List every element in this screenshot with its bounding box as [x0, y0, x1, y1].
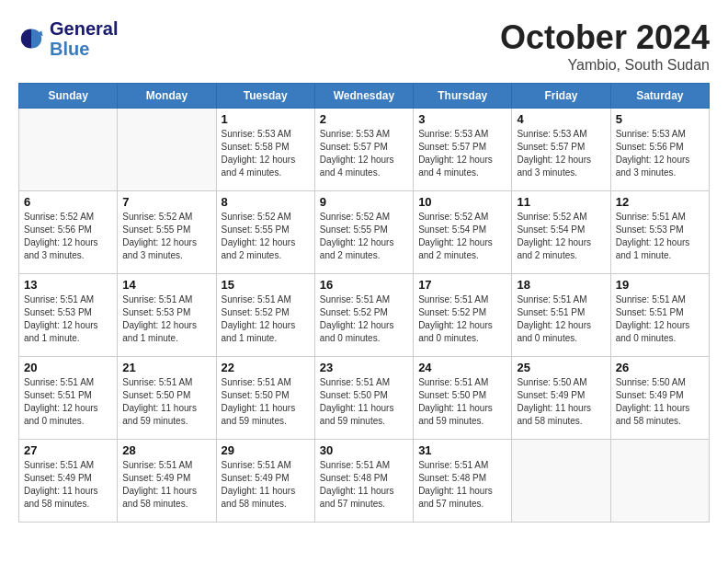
column-header-tuesday: Tuesday: [216, 84, 314, 109]
page-header: General Blue October 2024 Yambio, South …: [18, 18, 710, 74]
day-number: 29: [222, 443, 310, 457]
day-number: 20: [24, 361, 112, 374]
column-header-saturday: Saturday: [610, 84, 709, 109]
day-number: 17: [418, 278, 506, 292]
week-row-1: 1Sunrise: 5:53 AM Sunset: 5:58 PM Daylig…: [19, 109, 710, 191]
column-header-sunday: Sunday: [19, 84, 118, 109]
calendar-cell: 4Sunrise: 5:53 AM Sunset: 5:57 PM Daylig…: [512, 109, 610, 191]
cell-info: Sunrise: 5:50 AM Sunset: 5:49 PM Dayligh…: [616, 376, 704, 428]
cell-info: Sunrise: 5:51 AM Sunset: 5:50 PM Dayligh…: [122, 376, 210, 428]
calendar-cell: 29Sunrise: 5:51 AM Sunset: 5:49 PM Dayli…: [216, 440, 314, 523]
calendar-table: SundayMondayTuesdayWednesdayThursdayFrid…: [18, 83, 710, 523]
calendar-cell: 11Sunrise: 5:52 AM Sunset: 5:54 PM Dayli…: [512, 191, 610, 274]
title-area: October 2024 Yambio, South Sudan: [500, 18, 710, 74]
calendar-cell: 20Sunrise: 5:51 AM Sunset: 5:51 PM Dayli…: [19, 357, 118, 440]
calendar-cell: [118, 109, 216, 191]
header-row: SundayMondayTuesdayWednesdayThursdayFrid…: [19, 84, 710, 109]
calendar-cell: 3Sunrise: 5:53 AM Sunset: 5:57 PM Daylig…: [414, 109, 512, 191]
day-number: 12: [616, 195, 704, 209]
calendar-cell: [512, 440, 610, 523]
cell-info: Sunrise: 5:51 AM Sunset: 5:51 PM Dayligh…: [517, 293, 605, 345]
cell-info: Sunrise: 5:51 AM Sunset: 5:50 PM Dayligh…: [320, 376, 408, 428]
cell-info: Sunrise: 5:53 AM Sunset: 5:57 PM Dayligh…: [320, 128, 408, 179]
cell-info: Sunrise: 5:51 AM Sunset: 5:49 PM Dayligh…: [222, 459, 310, 511]
day-number: 30: [320, 443, 408, 457]
week-row-5: 27Sunrise: 5:51 AM Sunset: 5:49 PM Dayli…: [19, 440, 710, 523]
day-number: 16: [320, 278, 408, 292]
calendar-cell: 6Sunrise: 5:52 AM Sunset: 5:56 PM Daylig…: [19, 191, 118, 274]
cell-info: Sunrise: 5:52 AM Sunset: 5:54 PM Dayligh…: [517, 211, 605, 262]
week-row-3: 13Sunrise: 5:51 AM Sunset: 5:53 PM Dayli…: [19, 274, 710, 357]
cell-info: Sunrise: 5:52 AM Sunset: 5:55 PM Dayligh…: [122, 211, 210, 262]
day-number: 24: [418, 361, 506, 374]
calendar-cell: 28Sunrise: 5:51 AM Sunset: 5:49 PM Dayli…: [118, 440, 216, 523]
cell-info: Sunrise: 5:51 AM Sunset: 5:53 PM Dayligh…: [122, 293, 210, 345]
calendar-cell: 24Sunrise: 5:51 AM Sunset: 5:50 PM Dayli…: [414, 357, 512, 440]
calendar-cell: 2Sunrise: 5:53 AM Sunset: 5:57 PM Daylig…: [314, 109, 413, 191]
cell-info: Sunrise: 5:51 AM Sunset: 5:49 PM Dayligh…: [122, 459, 210, 511]
calendar-cell: 13Sunrise: 5:51 AM Sunset: 5:53 PM Dayli…: [19, 274, 118, 357]
day-number: 10: [418, 195, 506, 209]
calendar-cell: 5Sunrise: 5:53 AM Sunset: 5:56 PM Daylig…: [610, 109, 709, 191]
main-title: October 2024: [500, 18, 710, 57]
cell-info: Sunrise: 5:51 AM Sunset: 5:48 PM Dayligh…: [320, 459, 408, 511]
calendar-cell: 18Sunrise: 5:51 AM Sunset: 5:51 PM Dayli…: [512, 274, 610, 357]
day-number: 5: [616, 112, 704, 126]
day-number: 1: [222, 112, 310, 126]
calendar-cell: [610, 440, 709, 523]
calendar-cell: 12Sunrise: 5:51 AM Sunset: 5:53 PM Dayli…: [610, 191, 709, 274]
day-number: 4: [517, 112, 605, 126]
day-number: 8: [222, 195, 310, 209]
cell-info: Sunrise: 5:51 AM Sunset: 5:52 PM Dayligh…: [320, 293, 408, 345]
day-number: 9: [320, 195, 408, 209]
cell-info: Sunrise: 5:52 AM Sunset: 5:55 PM Dayligh…: [222, 211, 310, 262]
calendar-cell: 1Sunrise: 5:53 AM Sunset: 5:58 PM Daylig…: [216, 109, 314, 191]
calendar-cell: 10Sunrise: 5:52 AM Sunset: 5:54 PM Dayli…: [414, 191, 512, 274]
column-header-monday: Monday: [118, 84, 216, 109]
cell-info: Sunrise: 5:50 AM Sunset: 5:49 PM Dayligh…: [517, 376, 605, 428]
day-number: 3: [418, 112, 506, 126]
cell-info: Sunrise: 5:51 AM Sunset: 5:50 PM Dayligh…: [222, 376, 310, 428]
day-number: 19: [616, 278, 704, 292]
day-number: 25: [517, 361, 605, 374]
cell-info: Sunrise: 5:51 AM Sunset: 5:52 PM Dayligh…: [222, 293, 310, 345]
calendar-cell: 19Sunrise: 5:51 AM Sunset: 5:51 PM Dayli…: [610, 274, 709, 357]
cell-info: Sunrise: 5:51 AM Sunset: 5:53 PM Dayligh…: [616, 211, 704, 262]
column-header-friday: Friday: [512, 84, 610, 109]
calendar-cell: [19, 109, 118, 191]
calendar-cell: 26Sunrise: 5:50 AM Sunset: 5:49 PM Dayli…: [610, 357, 709, 440]
day-number: 11: [517, 195, 605, 209]
cell-info: Sunrise: 5:51 AM Sunset: 5:51 PM Dayligh…: [616, 293, 704, 345]
logo-icon: [18, 26, 44, 52]
calendar-cell: 31Sunrise: 5:51 AM Sunset: 5:48 PM Dayli…: [414, 440, 512, 523]
cell-info: Sunrise: 5:51 AM Sunset: 5:52 PM Dayligh…: [418, 293, 506, 345]
day-number: 31: [418, 443, 506, 457]
day-number: 6: [24, 195, 112, 209]
column-header-thursday: Thursday: [414, 84, 512, 109]
calendar-cell: 17Sunrise: 5:51 AM Sunset: 5:52 PM Dayli…: [414, 274, 512, 357]
logo-text: General Blue: [50, 18, 118, 59]
subtitle: Yambio, South Sudan: [500, 57, 710, 74]
logo: General Blue: [18, 18, 118, 59]
day-number: 23: [320, 361, 408, 374]
cell-info: Sunrise: 5:51 AM Sunset: 5:50 PM Dayligh…: [418, 376, 506, 428]
calendar-cell: 22Sunrise: 5:51 AM Sunset: 5:50 PM Dayli…: [216, 357, 314, 440]
day-number: 13: [24, 278, 112, 292]
cell-info: Sunrise: 5:53 AM Sunset: 5:58 PM Dayligh…: [222, 128, 310, 179]
week-row-2: 6Sunrise: 5:52 AM Sunset: 5:56 PM Daylig…: [19, 191, 710, 274]
day-number: 28: [122, 443, 210, 457]
day-number: 22: [222, 361, 310, 374]
day-number: 26: [616, 361, 704, 374]
column-header-wednesday: Wednesday: [314, 84, 413, 109]
week-row-4: 20Sunrise: 5:51 AM Sunset: 5:51 PM Dayli…: [19, 357, 710, 440]
calendar-cell: 21Sunrise: 5:51 AM Sunset: 5:50 PM Dayli…: [118, 357, 216, 440]
cell-info: Sunrise: 5:53 AM Sunset: 5:57 PM Dayligh…: [418, 128, 506, 179]
day-number: 15: [222, 278, 310, 292]
cell-info: Sunrise: 5:51 AM Sunset: 5:48 PM Dayligh…: [418, 459, 506, 511]
calendar-cell: 25Sunrise: 5:50 AM Sunset: 5:49 PM Dayli…: [512, 357, 610, 440]
calendar-cell: 27Sunrise: 5:51 AM Sunset: 5:49 PM Dayli…: [19, 440, 118, 523]
calendar-cell: 9Sunrise: 5:52 AM Sunset: 5:55 PM Daylig…: [314, 191, 413, 274]
cell-info: Sunrise: 5:53 AM Sunset: 5:57 PM Dayligh…: [517, 128, 605, 179]
day-number: 21: [122, 361, 210, 374]
day-number: 2: [320, 112, 408, 126]
